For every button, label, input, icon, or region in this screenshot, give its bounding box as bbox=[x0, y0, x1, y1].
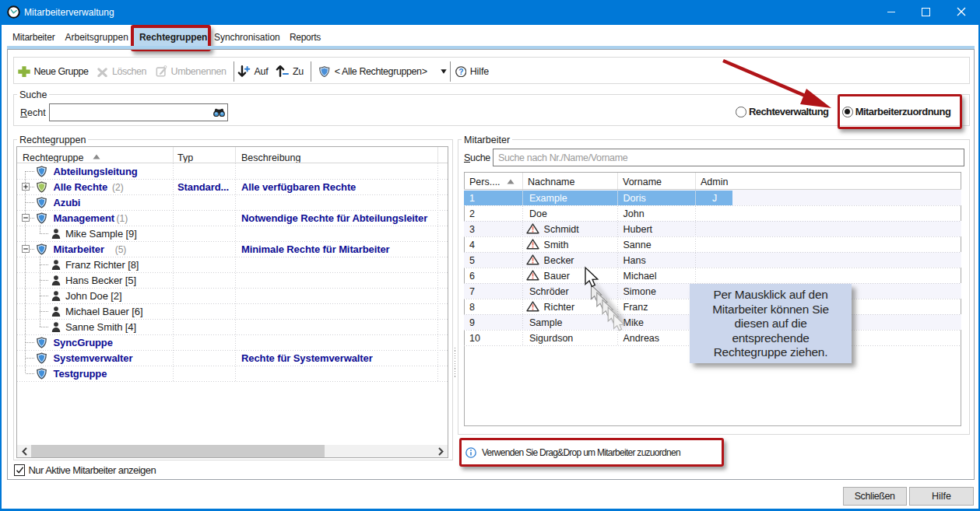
svg-text:?: ? bbox=[458, 68, 463, 76]
